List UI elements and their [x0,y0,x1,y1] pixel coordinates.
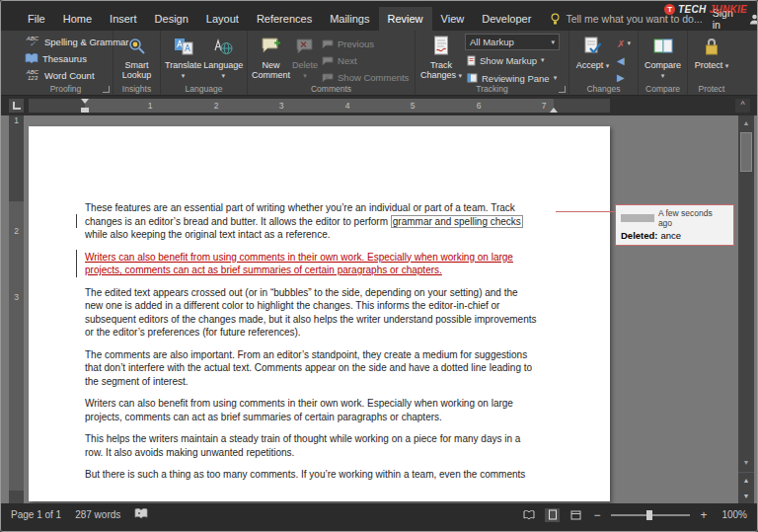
hanging-indent-marker[interactable] [81,108,89,113]
group-language: Translate ▾ Language ▾ Language [161,31,248,95]
collapse-ribbon-button[interactable]: ^ [735,99,750,113]
vertical-ruler[interactable]: 1 2 3 [9,115,24,503]
group-label-changes: Changes [569,84,638,94]
paragraph-6: This helps the writers maintain a steady… [85,432,557,459]
zoom-level[interactable]: 100% [718,509,747,520]
word-count-icon: ABC123 [25,69,40,81]
group-label-protect: Protect [688,84,735,94]
scrollbar-thumb[interactable] [740,132,752,172]
new-comment-button[interactable]: New Comment [252,34,290,81]
logo-text-junkie: JUNKIE [710,4,747,15]
next-page-button[interactable]: ▼ [738,489,754,503]
right-indent-marker[interactable] [550,108,558,113]
zoom-slider[interactable] [611,509,690,521]
group-tracking: Track Changes ▾ All Markup▾ Show Markup … [416,31,569,95]
paragraph-1: These features are an essential part of … [85,201,557,242]
document-page[interactable]: These features are an essential part of … [29,126,610,501]
share-button[interactable]: Share [749,13,758,25]
compare-button[interactable]: Compare ▾ [643,34,683,81]
tab-references[interactable]: References [248,7,321,31]
protect-button[interactable]: Protect ▾ [692,34,731,70]
scroll-up-button[interactable]: ▲ [738,115,754,130]
smart-lookup-button[interactable]: Smart Lookup [117,34,156,81]
proofing-dialog-launcher[interactable] [103,86,110,93]
new-comment-icon [262,35,281,58]
show-comments-icon [322,73,334,82]
word-window: T TECHJUNKIE File Home Insert Design Lay… [0,0,758,532]
zoom-in-button[interactable]: + [699,508,709,522]
ribbon-tab-bar: File Home Insert Design Layout Reference… [1,1,757,31]
show-markup-button[interactable]: Show Markup ▾ [465,52,560,68]
compare-icon [653,35,673,58]
next-comment-button[interactable]: Next [320,52,411,68]
techjunkie-logo: T TECHJUNKIE [664,4,747,15]
track-changes-icon [432,35,450,58]
group-label-language: Language [161,84,247,94]
group-comments: New Comment Delete ▾ Previous Next [248,31,416,95]
read-mode-button[interactable] [521,508,536,522]
zoom-slider-thumb[interactable] [646,510,652,520]
previous-comment-button[interactable]: Previous [320,36,411,51]
tab-mailings[interactable]: Mailings [321,7,378,31]
page-indicator[interactable]: Page 1 of 1 [11,509,61,520]
spelling-icon: ABC✓ [25,36,40,47]
tab-home[interactable]: Home [54,7,101,31]
delete-comment-button[interactable]: Delete ▾ [292,34,318,81]
next-change-icon: ▶ [617,72,625,83]
translate-button[interactable]: Translate ▾ [165,34,201,81]
document-text[interactable]: These features are an essential part of … [85,201,557,491]
reviewing-pane-icon [467,73,478,83]
previous-change-button[interactable]: ◀ [614,52,634,68]
horizontal-ruler[interactable]: 1 2 3 4 5 6 7 ^ [1,96,757,115]
group-insights: Smart Lookup Insights [114,31,161,95]
smart-lookup-icon [127,35,147,58]
vertical-scrollbar[interactable]: ▲ ▼ ▲ ▼ [738,115,754,503]
reject-change-button[interactable]: ✗▾ [614,36,634,51]
paragraph-5: Writers can also benefit from using comm… [85,397,557,423]
group-changes: Accept ▾ ✗▾ ◀ ▶ Changes [569,31,639,95]
tab-selector[interactable] [9,99,24,113]
group-label-tracking: Tracking [416,84,568,94]
accept-button[interactable]: Accept ▾ [573,34,612,70]
show-comments-button[interactable]: Show Comments [320,69,411,85]
web-layout-button[interactable] [568,508,583,522]
change-bar [76,214,77,228]
scroll-down-button[interactable]: ▼ [738,455,754,470]
first-line-indent-marker[interactable] [81,99,89,104]
translate-icon [174,35,193,58]
document-canvas: 1 2 3 These features are an essential pa… [1,115,757,503]
protect-lock-icon [704,35,720,58]
print-layout-button[interactable] [545,508,560,522]
revision-action-label: Deleted: [621,230,657,241]
group-protect: Protect ▾ Protect [688,31,735,95]
ribbon: ABC✓ Spelling & Grammar Thesaurus ABC123… [1,31,757,96]
language-globe-icon [213,35,233,58]
previous-page-button[interactable]: ▲ [738,472,754,487]
tab-design[interactable]: Design [146,7,197,31]
logo-text-tech: TECH [678,4,706,15]
track-changes-button[interactable]: Track Changes ▾ [419,34,463,81]
tab-insert[interactable]: Insert [101,7,146,31]
delete-comment-icon [296,35,314,58]
tab-layout[interactable]: Layout [197,7,248,31]
previous-comment-icon [322,39,334,48]
tab-review[interactable]: Review [379,7,432,31]
print-layout-icon [548,509,558,520]
web-layout-icon [570,510,581,520]
word-count-indicator[interactable]: 287 words [75,509,120,520]
tab-view[interactable]: View [432,7,474,31]
zoom-out-button[interactable]: − [592,508,602,522]
proofing-status-icon[interactable] [134,508,148,521]
next-change-button[interactable]: ▶ [614,69,634,85]
ruler-band: 1 2 3 4 5 6 7 [29,99,610,113]
language-button[interactable]: Language ▾ [203,34,243,81]
revision-balloon[interactable]: A few seconds ago Deleted:ance [615,204,734,246]
display-for-review-select[interactable]: All Markup▾ [465,34,560,50]
book-icon [25,53,38,64]
tab-file[interactable]: File [19,7,54,31]
group-label-proofing: Proofing [19,84,113,94]
status-bar: Page 1 of 1 287 words − + 100% [1,503,757,532]
tab-developer[interactable]: Developer [473,7,540,31]
person-icon [749,14,758,25]
reject-icon: ✗ [617,38,625,49]
